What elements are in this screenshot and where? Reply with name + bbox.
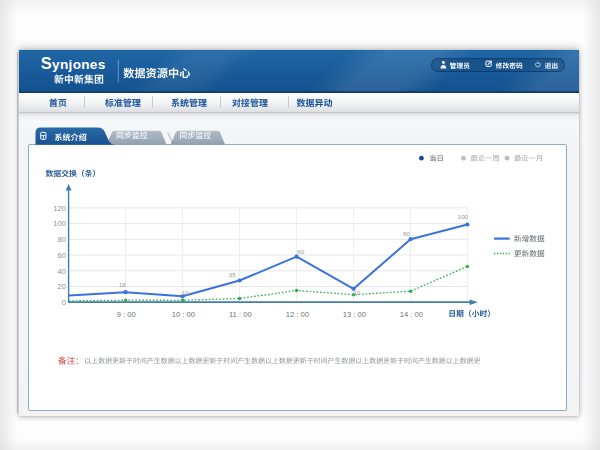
svg-text:120: 120	[53, 204, 66, 213]
svg-text:80: 80	[403, 230, 410, 237]
svg-text:60: 60	[58, 251, 66, 260]
svg-text:18: 18	[119, 281, 126, 288]
svg-text:100: 100	[53, 219, 66, 228]
svg-text:10: 10	[353, 289, 360, 296]
svg-text:13 : 00: 13 : 00	[343, 310, 366, 319]
svg-text:14 : 00: 14 : 00	[400, 310, 423, 319]
svg-text:80: 80	[58, 235, 66, 244]
svg-text:10 : 00: 10 : 00	[172, 310, 195, 319]
svg-text:0: 0	[62, 298, 66, 307]
svg-text:11 : 00: 11 : 00	[229, 310, 252, 319]
svg-text:12 : 00: 12 : 00	[286, 310, 309, 319]
svg-text:Synjones: Synjones	[41, 54, 106, 72]
svg-text:10: 10	[182, 289, 189, 296]
svg-text:60: 60	[297, 248, 304, 255]
svg-text:20: 20	[58, 282, 66, 291]
svg-text:9 : 00: 9 : 00	[117, 310, 136, 319]
svg-text:35: 35	[229, 271, 236, 278]
svg-text:100: 100	[458, 213, 469, 220]
svg-text:40: 40	[58, 267, 66, 276]
